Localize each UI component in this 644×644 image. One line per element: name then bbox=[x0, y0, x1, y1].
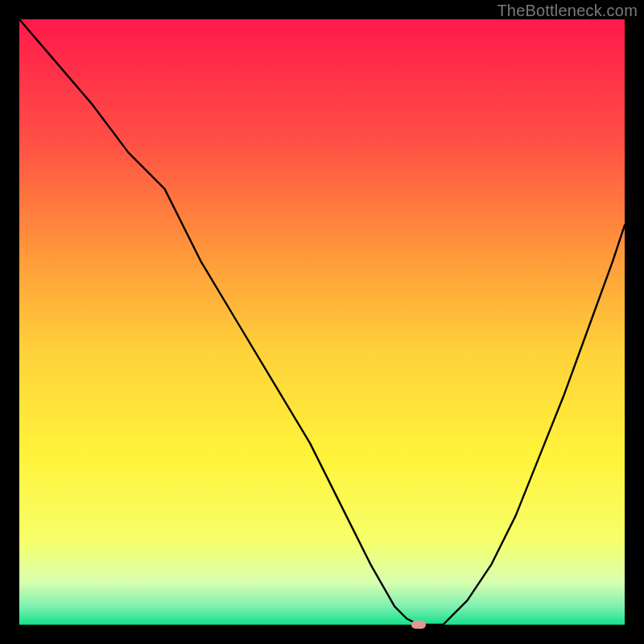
gradient-background bbox=[19, 19, 625, 625]
optimal-point-marker bbox=[411, 621, 426, 629]
watermark-text: TheBottleneck.com bbox=[497, 2, 638, 20]
chart-container: TheBottleneck.com bbox=[0, 0, 644, 644]
bottleneck-chart bbox=[19, 19, 625, 625]
